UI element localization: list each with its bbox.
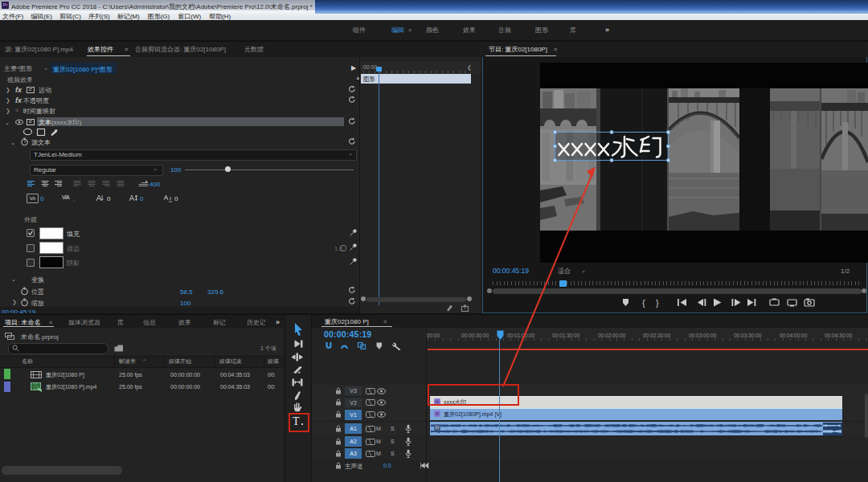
svg-text:T: T [293,415,300,427]
svg-text:{: { [642,298,645,308]
svg-text:}: } [656,298,659,308]
